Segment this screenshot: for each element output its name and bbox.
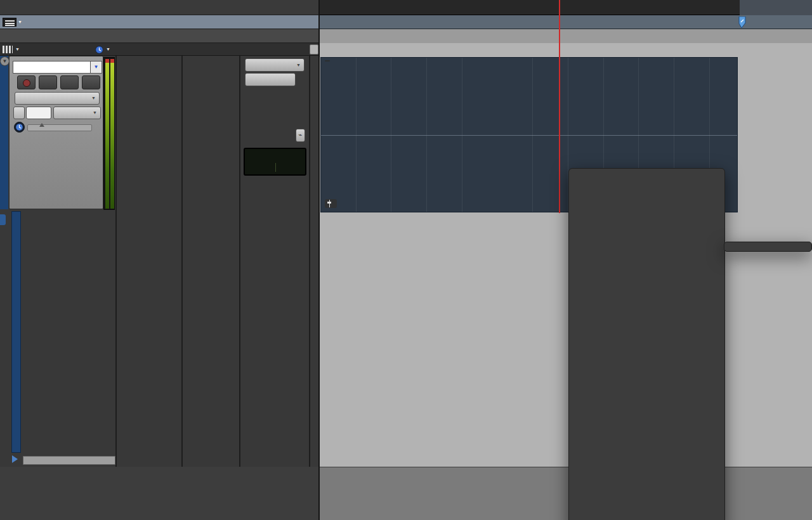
track-column-header: ▼ ▼ bbox=[0, 43, 319, 56]
protools-edit-window: ▼ ▼ ▼ bbox=[0, 0, 812, 520]
track-header: ▼ ▼ ▼ bbox=[9, 56, 103, 209]
output-path-selector[interactable]: ▼ bbox=[245, 58, 304, 72]
input-path-selector[interactable] bbox=[245, 73, 296, 86]
track-height-slider[interactable] bbox=[27, 124, 92, 131]
solo-button[interactable] bbox=[60, 75, 79, 89]
track-name-dropdown-icon[interactable]: ▼ bbox=[90, 61, 102, 74]
track-collapse-button[interactable]: ▼ bbox=[0, 56, 10, 66]
takte-dropdown-icon[interactable]: ▼ bbox=[18, 15, 22, 29]
playhead-cursor[interactable] bbox=[559, 0, 560, 213]
track-clock-icon[interactable] bbox=[14, 122, 25, 133]
timeline-end-highlight bbox=[740, 0, 812, 15]
empty-lane-strip bbox=[23, 456, 115, 465]
lane-expand-arrow-icon[interactable] bbox=[12, 455, 18, 463]
track-color-strip bbox=[0, 56, 8, 209]
record-enable-button[interactable] bbox=[17, 75, 36, 89]
copy-to-submenu bbox=[724, 242, 812, 252]
record-icon bbox=[23, 79, 30, 87]
playlists-selector[interactable]: ▼ bbox=[15, 92, 100, 105]
timeline-bars[interactable] bbox=[319, 15, 812, 29]
volume-pan-display[interactable] bbox=[244, 148, 306, 176]
group-tab[interactable] bbox=[0, 214, 6, 225]
left-pane-bottom bbox=[0, 467, 319, 520]
track-list-columns-icon[interactable] bbox=[3, 46, 13, 53]
ruler-row-min-sek[interactable] bbox=[0, 0, 319, 15]
mute-button[interactable] bbox=[82, 75, 100, 89]
clip-gain-fader-icon bbox=[327, 200, 332, 207]
track-list-dropdown-icon[interactable]: ▼ bbox=[15, 43, 20, 56]
edit-cursor-marker-icon[interactable] bbox=[737, 16, 747, 29]
input-monitor-button[interactable] bbox=[39, 75, 57, 89]
io-fader-icon[interactable]: ⌁ bbox=[296, 129, 305, 142]
lane-color-strip bbox=[11, 211, 21, 453]
automation-star-button[interactable] bbox=[13, 107, 25, 119]
clip-label bbox=[325, 60, 330, 62]
clip-gain-badge[interactable] bbox=[325, 199, 337, 208]
level-meters bbox=[103, 57, 115, 210]
canvas-bottom-area bbox=[319, 467, 812, 520]
pane-divider[interactable] bbox=[318, 0, 320, 520]
track-name[interactable] bbox=[13, 61, 91, 74]
clock-dropdown-icon[interactable]: ▼ bbox=[106, 43, 110, 56]
ruler-row-marker[interactable] bbox=[0, 29, 319, 43]
ruler-row-takte[interactable]: ▼ bbox=[0, 15, 319, 29]
dyn-button[interactable] bbox=[26, 107, 51, 119]
timeline-min-sek[interactable] bbox=[319, 0, 812, 15]
takte-grid-icon[interactable] bbox=[3, 18, 16, 27]
automation-mode-selector[interactable]: ▼ bbox=[53, 107, 101, 119]
scrollbar-thumb[interactable] bbox=[310, 44, 318, 55]
clip-context-menu bbox=[568, 168, 725, 520]
